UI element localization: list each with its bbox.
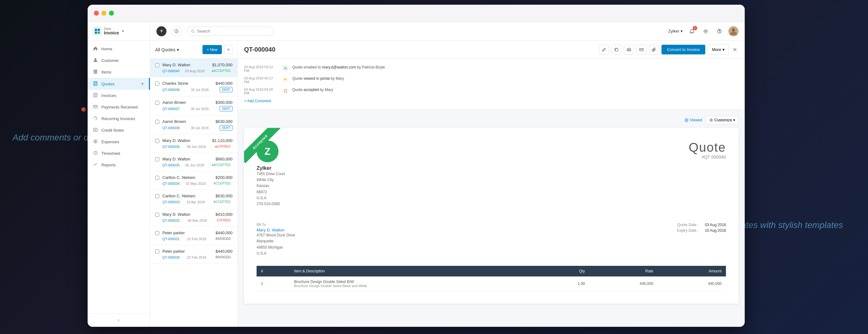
item-description: Brochure Design Double Sided B/W Brochur…	[290, 276, 540, 291]
print-button[interactable]	[624, 45, 634, 55]
close-button[interactable]: ✕	[731, 45, 739, 55]
svg-rect-20	[616, 49, 618, 51]
list-item[interactable]: Aaron Brown $630,000 QT-000038 30 Jul 20…	[150, 115, 238, 134]
list-item[interactable]: Aaron Brown $300,000 QT-000037 30 Jul 20…	[150, 96, 238, 115]
traffic-lights	[94, 11, 114, 15]
email-button[interactable]	[637, 45, 647, 55]
list-item[interactable]: Mary D. Walton $1,110,000 QT-000036 08 J…	[150, 134, 238, 153]
item-id: QT-000037	[162, 107, 180, 111]
user-name[interactable]: Zylker ▾	[669, 29, 683, 33]
convert-to-invoice-button[interactable]: Convert to Invoice	[661, 45, 706, 55]
search-bar[interactable]	[186, 27, 274, 36]
list-item[interactable]: Mary D. Walton $1,070,000 QT-000040 03 A…	[150, 59, 238, 77]
list-menu-button[interactable]: ≡	[224, 45, 232, 54]
item-checkbox[interactable]	[155, 176, 159, 180]
list-item[interactable]: Mary D. Walton $860,000 QT-000035 05 Jun…	[150, 153, 238, 171]
item-name: Aaron Brown	[162, 119, 186, 124]
sidebar-item-items[interactable]: Items	[88, 66, 150, 78]
more-button[interactable]: More ▾	[708, 44, 729, 55]
list-item-content: Charles Stone $440,000 QT-000039 30 Jul …	[162, 81, 232, 92]
list-item[interactable]: Charles Stone $440,000 QT-000039 30 Jul …	[150, 77, 238, 96]
item-amount: $1,070,000	[212, 63, 232, 67]
copy-button[interactable]	[612, 45, 621, 55]
avatar[interactable]	[728, 26, 739, 36]
traffic-light-green[interactable]	[109, 11, 114, 15]
list-item[interactable]: Mary D. Walton $410,000 QT-000032 06 Mar…	[150, 208, 238, 227]
attach-button[interactable]	[649, 45, 659, 55]
item-name: Mary D. Walton	[162, 157, 190, 161]
sidebar-item-quotes[interactable]: Quotes +	[88, 78, 150, 90]
item-date: 06 Mar 2018	[188, 219, 207, 222]
sidebar-nav: Home Customer Items	[88, 41, 150, 313]
quotes-add-icon[interactable]: +	[141, 81, 144, 87]
sidebar-item-payments[interactable]: Payments Received	[88, 101, 150, 113]
app-body: Zoho Invoice ▾ Home	[88, 22, 745, 327]
sidebar-logo[interactable]: Zoho Invoice ▾	[93, 27, 124, 36]
sidebar-collapse-button[interactable]: ‹	[118, 318, 120, 323]
company-name: Zylker	[256, 165, 285, 171]
list-item-top: Mary D. Walton $1,070,000	[162, 63, 232, 67]
item-checkbox[interactable]	[155, 213, 159, 217]
list-item-top: Carlton C. Nielsen $630,000	[162, 194, 232, 198]
sidebar-item-customer[interactable]: Customer	[88, 55, 150, 66]
history-button[interactable]	[172, 26, 182, 36]
item-checkbox[interactable]	[155, 101, 159, 105]
traffic-light-yellow[interactable]	[101, 11, 106, 15]
company-address: 7455 Drew Court White City Kansas 66872 …	[256, 171, 285, 207]
search-input[interactable]	[197, 29, 270, 33]
new-quote-button[interactable]: + New	[203, 45, 222, 54]
sidebar-item-recurring[interactable]: Recurring Invoices	[88, 113, 150, 125]
sidebar-item-timesheet[interactable]: Timesheet	[88, 147, 150, 159]
quote-date-value: 03 Aug 2018	[705, 223, 726, 227]
list-item[interactable]: Carlton C. Nielsen $200,000 QT-000034 02…	[150, 171, 238, 190]
status-badge: EXPIRED	[215, 218, 232, 223]
list-item-top: Peter parker $440,000	[162, 249, 232, 254]
doc-meta: Quote Date : 03 Aug 2018 Expiry Date : 1…	[668, 223, 726, 233]
item-checkbox[interactable]	[155, 157, 159, 161]
help-button[interactable]	[715, 27, 724, 36]
sidebar-item-expenses[interactable]: Expenses	[88, 136, 150, 147]
status-badge: INVOICED	[214, 255, 232, 260]
viewed-button[interactable]: Viewed	[684, 116, 702, 124]
svg-rect-5	[94, 70, 97, 71]
sidebar-item-invoices[interactable]: Invoices	[88, 90, 150, 101]
item-id: QT-000034	[162, 182, 180, 186]
list-item-content: Mary D. Walton $860,000 QT-000035 05 Jun…	[162, 157, 232, 167]
list-item-bottom: QT-000036 08 Jun 2018 ●EXPIRED	[162, 144, 232, 149]
list-item[interactable]: Carlton C. Nielsen $630,000 QT-000033 18…	[150, 190, 238, 208]
item-checkbox[interactable]	[155, 249, 159, 254]
notifications-button[interactable]: 5	[687, 27, 696, 36]
activity-time: 03 Aug 2018 04:17 PM	[244, 76, 278, 84]
list-item[interactable]: Peter parker $440,000 QT-000030 22 Feb 2…	[150, 245, 238, 264]
status-badge: ●ACCEPTED	[210, 68, 233, 73]
item-checkbox[interactable]	[155, 63, 159, 67]
detail-actions: Convert to Invoice More ▾ ✕	[599, 44, 739, 55]
list-title-chevron-icon: ▾	[177, 47, 179, 52]
add-comment-button[interactable]: + Add Comment	[244, 97, 739, 105]
item-checkbox[interactable]	[155, 139, 159, 143]
item-checkbox[interactable]	[155, 120, 159, 124]
status-badge: ACCEPTED	[212, 200, 232, 204]
sidebar-item-credit[interactable]: Credit Notes	[88, 125, 150, 136]
edit-button[interactable]	[599, 45, 609, 55]
settings-button[interactable]	[701, 27, 710, 36]
detail-title: QT-000040	[244, 46, 275, 53]
item-amount: $410,000	[216, 212, 232, 217]
item-amount: $1,110,000	[212, 138, 232, 143]
sidebar-item-reports[interactable]: Reports	[88, 159, 150, 171]
item-checkbox[interactable]	[155, 81, 159, 86]
svg-point-15	[705, 30, 707, 32]
list-item[interactable]: Peter parker $440,000 QT-000031 22 Feb 2…	[150, 227, 238, 245]
item-checkbox[interactable]	[155, 194, 159, 198]
sidebar-item-home[interactable]: Home	[88, 43, 150, 55]
add-button[interactable]: +	[156, 26, 166, 36]
item-name: Charles Stone	[162, 81, 188, 86]
svg-rect-9	[94, 128, 97, 131]
svg-point-17	[719, 32, 719, 32]
item-checkbox[interactable]	[155, 231, 159, 235]
customize-button[interactable]: Customize ▾	[706, 116, 739, 124]
traffic-light-red[interactable]	[94, 11, 99, 15]
items-icon	[93, 69, 98, 75]
customer-icon	[93, 58, 98, 63]
doc-number: #QT 000040	[689, 155, 726, 160]
